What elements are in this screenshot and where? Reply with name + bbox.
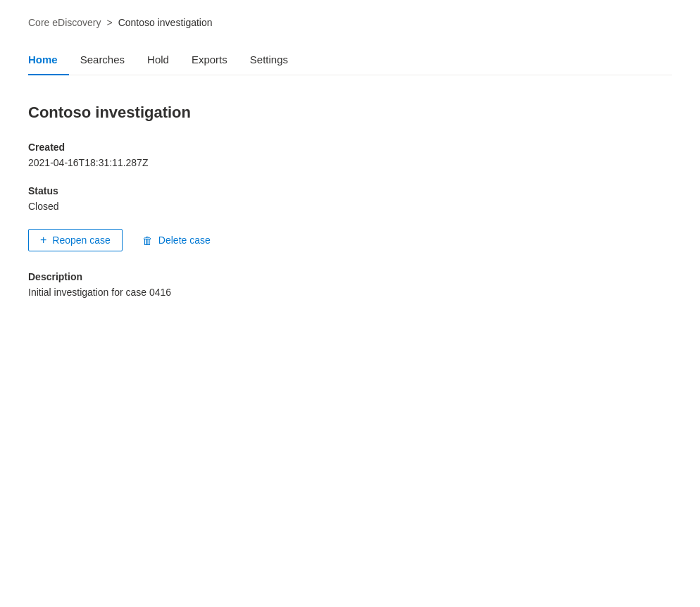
delete-case-label: Delete case [158,234,211,246]
breadcrumb-current: Contoso investigation [118,17,213,28]
tab-hold[interactable]: Hold [136,45,180,75]
breadcrumb-separator: > [106,17,112,28]
breadcrumb-parent-link[interactable]: Core eDiscovery [28,17,101,28]
tab-home[interactable]: Home [28,45,69,75]
actions-row: + Reopen case 🗑 Delete case [28,229,672,251]
description-value: Initial investigation for case 0416 [28,287,672,298]
tabs-container: Home Searches Hold Exports Settings [28,45,672,75]
status-label: Status [28,185,672,196]
description-label: Description [28,271,672,282]
tab-searches[interactable]: Searches [69,45,136,75]
tab-exports[interactable]: Exports [180,45,239,75]
case-title: Contoso investigation [28,104,672,122]
created-field-group: Created 2021-04-16T18:31:11.287Z [28,142,672,168]
created-label: Created [28,142,672,153]
status-value: Closed [28,201,672,212]
status-field-group: Status Closed [28,185,672,212]
plus-icon: + [40,234,46,246]
trash-icon: 🗑 [142,234,153,246]
reopen-case-label: Reopen case [52,234,111,246]
breadcrumb: Core eDiscovery > Contoso investigation [28,17,672,28]
reopen-case-button[interactable]: + Reopen case [28,229,123,251]
delete-case-button[interactable]: 🗑 Delete case [134,230,219,251]
created-value: 2021-04-16T18:31:11.287Z [28,157,672,168]
page-container: Core eDiscovery > Contoso investigation … [0,0,700,337]
content-area: Contoso investigation Created 2021-04-16… [28,98,672,320]
tab-settings[interactable]: Settings [239,45,299,75]
description-field-group: Description Initial investigation for ca… [28,271,672,298]
